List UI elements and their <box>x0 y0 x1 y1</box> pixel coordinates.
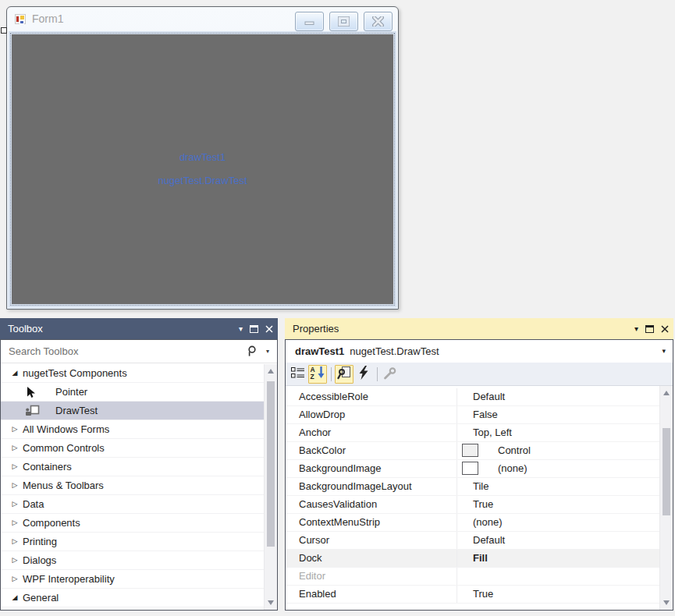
toolbox-category-common-controls[interactable]: ▷Common Controls <box>1 439 264 458</box>
property-row-accessiblerole[interactable]: AccessibleRoleDefault <box>286 388 659 406</box>
scroll-up-icon[interactable] <box>265 365 277 377</box>
property-value-text: (none) <box>498 462 528 474</box>
property-row-editor[interactable]: Editor <box>286 568 659 586</box>
property-name: CausesValidation <box>286 496 457 513</box>
property-name: Dock <box>286 550 457 567</box>
selection-handle[interactable] <box>1 27 7 34</box>
property-value[interactable]: False <box>457 406 659 423</box>
scroll-down-icon[interactable] <box>660 597 673 609</box>
toolbox-item-pointer[interactable]: Pointer <box>1 383 264 402</box>
close-icon[interactable] <box>265 325 273 333</box>
events-button[interactable] <box>354 365 373 384</box>
search-options-caret-icon[interactable]: ▾ <box>266 340 269 363</box>
toolbox-category-containers[interactable]: ▷Containers <box>1 458 264 476</box>
categorized-icon <box>291 366 305 381</box>
toolbox-category-menus-toolbars[interactable]: ▷Menus & Toolbars <box>1 476 264 495</box>
property-pages-icon <box>383 366 397 382</box>
window-position-menu-icon[interactable]: ▾ <box>239 325 243 333</box>
maximize-button[interactable] <box>329 12 358 31</box>
toolbox-list: ◢nugetTest ComponentsPointerDrawTest▷All… <box>1 364 264 610</box>
property-name: BackgroundImageLayout <box>286 478 457 495</box>
property-name: BackColor <box>286 442 457 459</box>
property-name: AllowDrop <box>286 406 457 423</box>
toolbar-separator <box>331 367 332 381</box>
toolbox-category-components[interactable]: ▷Components <box>1 514 264 533</box>
toolbox-item-label: Containers <box>23 461 72 473</box>
toolbox-category-printing[interactable]: ▷Printing <box>1 533 264 551</box>
property-row-backgroundimage[interactable]: BackgroundImage(none) <box>286 460 659 478</box>
expander-collapsed-icon: ▷ <box>9 439 20 457</box>
expander-collapsed-icon: ▷ <box>9 570 20 588</box>
property-value[interactable]: Control <box>457 442 659 459</box>
form-title-bar[interactable]: Form1 <box>7 7 398 31</box>
property-value[interactable]: Default <box>457 388 659 405</box>
property-row-enabled[interactable]: EnabledTrue <box>286 586 659 604</box>
categorized-button[interactable] <box>289 365 307 384</box>
expander-collapsed-icon: ▷ <box>9 495 20 513</box>
maximize-icon <box>338 16 350 27</box>
toolbox-category-dialogs[interactable]: ▷Dialogs <box>1 551 264 570</box>
properties-button[interactable] <box>335 365 353 384</box>
window-position-menu-icon[interactable]: ▾ <box>634 325 638 333</box>
property-pages-button[interactable] <box>381 365 400 384</box>
float-window-icon[interactable] <box>250 325 258 333</box>
property-value[interactable] <box>457 568 659 585</box>
toolbox-item-label: Menus & Toolbars <box>23 480 104 491</box>
toolbox-content: Search Toolbox ▾ ◢nugetTest ComponentsPo… <box>0 339 278 611</box>
property-row-anchor[interactable]: AnchorTop, Left <box>286 424 659 442</box>
toolbox-item-label: DrawTest <box>55 405 98 416</box>
selected-object-type: nugetTest.DrawTest <box>350 345 439 357</box>
alphabetical-icon: AZ <box>310 366 325 382</box>
property-value[interactable]: True <box>457 496 659 513</box>
toolbox-item-label: Components <box>23 517 80 529</box>
property-grid-rows: AccessibleRoleDefaultAllowDropFalseAncho… <box>286 388 659 610</box>
property-value[interactable]: (none) <box>457 514 659 531</box>
property-value[interactable]: (none) <box>457 460 659 477</box>
svg-text:Z: Z <box>311 373 314 380</box>
scroll-down-icon[interactable] <box>265 597 277 609</box>
toolbox-item-label: All Windows Forms <box>23 423 109 435</box>
search-icon[interactable] <box>247 345 257 357</box>
property-row-causesvalidation[interactable]: CausesValidationTrue <box>286 496 659 514</box>
scrollbar-thumb[interactable] <box>267 381 275 547</box>
toolbox-search-box[interactable]: Search Toolbox ▾ <box>1 340 277 363</box>
object-selector-combobox[interactable]: drawTest1nugetTest.DrawTest ▾ <box>286 340 673 363</box>
property-value[interactable]: Default <box>457 532 659 549</box>
toolbox-scrollbar[interactable] <box>264 364 277 610</box>
property-row-contextmenustrip[interactable]: ContextMenuStrip(none) <box>286 514 659 532</box>
toolbox-category-data[interactable]: ▷Data <box>1 495 264 514</box>
expander-collapsed-icon: ▷ <box>9 514 20 532</box>
scrollbar-thumb[interactable] <box>663 428 670 515</box>
close-icon[interactable] <box>661 325 669 333</box>
toolbox-item-drawtest[interactable]: DrawTest <box>1 402 264 420</box>
properties-header[interactable]: Properties ▾ <box>285 318 673 339</box>
form-design-surface[interactable]: drawTest1 nugetTest.DrawTest <box>12 34 393 304</box>
property-value[interactable]: Top, Left <box>457 424 659 441</box>
properties-scrollbar[interactable] <box>659 386 673 610</box>
property-value[interactable]: Fill <box>457 550 659 567</box>
property-row-backcolor[interactable]: BackColorControl <box>286 442 659 460</box>
property-name: Cursor <box>286 532 457 549</box>
close-icon <box>372 16 384 27</box>
toolbox-category-nugettest-components[interactable]: ◢nugetTest Components <box>1 364 264 383</box>
toolbox-panel: Toolbox ▾ Search Toolbox <box>0 318 278 611</box>
alphabetical-button[interactable]: AZ <box>308 365 327 384</box>
property-row-allowdrop[interactable]: AllowDropFalse <box>286 406 659 424</box>
property-value[interactable]: Tile <box>457 478 659 495</box>
toolbox-category-wpf-interoperability[interactable]: ▷WPF Interoperability <box>1 570 264 589</box>
control-type-label: nugetTest.DrawTest <box>12 175 393 186</box>
property-value[interactable]: True <box>457 586 659 603</box>
property-row-backgroundimagelayout[interactable]: BackgroundImageLayoutTile <box>286 478 659 496</box>
combobox-caret-icon[interactable]: ▾ <box>662 340 666 363</box>
float-window-icon[interactable] <box>645 325 654 333</box>
toolbox-category-all-windows-forms[interactable]: ▷All Windows Forms <box>1 420 264 439</box>
toolbox-header[interactable]: Toolbox ▾ <box>0 318 278 339</box>
scroll-up-icon[interactable] <box>660 387 673 399</box>
property-row-cursor[interactable]: CursorDefault <box>286 532 659 550</box>
property-row-dock[interactable]: DockFill <box>286 550 659 568</box>
toolbox-category-general[interactable]: ◢General <box>1 589 264 607</box>
property-value-text: Control <box>498 444 531 456</box>
minimize-button[interactable] <box>295 12 324 31</box>
close-button[interactable] <box>364 12 393 31</box>
property-name: BackgroundImage <box>286 460 457 477</box>
